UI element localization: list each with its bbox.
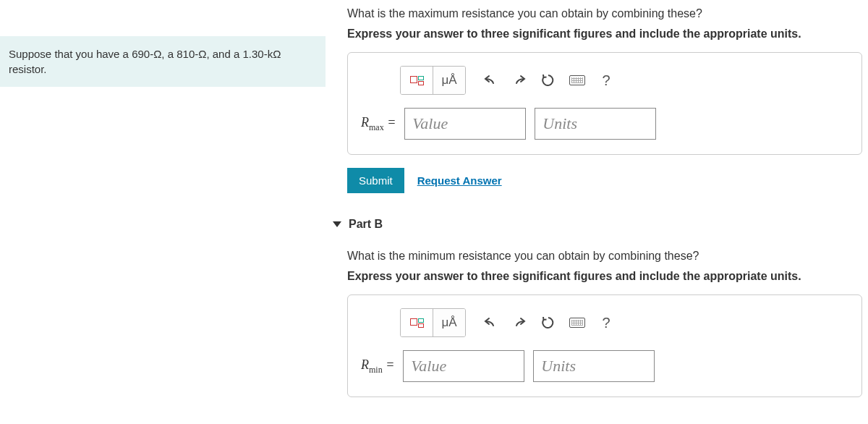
redo-button[interactable] <box>505 67 534 93</box>
templates-icon <box>410 76 424 85</box>
redo-button-b[interactable] <box>505 310 534 336</box>
help-button-b[interactable]: ? <box>592 310 621 336</box>
part-b-instruction: Express your answer to three significant… <box>347 270 862 283</box>
part-a-instruction: Express your answer to three significant… <box>347 27 862 41</box>
part-b-question: What is the minimum resistance you can o… <box>347 250 862 263</box>
tool-group-a: μÅ <box>400 66 466 95</box>
part-a-question: What is the maximum resistance you can o… <box>347 7 862 20</box>
undo-button-b[interactable] <box>476 310 505 336</box>
input-row-b: Rmin = <box>358 350 851 382</box>
keyboard-button-b[interactable] <box>563 310 592 336</box>
caret-down-icon <box>333 221 341 227</box>
templates-button[interactable] <box>401 67 433 94</box>
keyboard-button[interactable] <box>563 67 592 93</box>
toolbar-b: μÅ ? <box>400 308 851 337</box>
value-input-b[interactable] <box>403 350 524 382</box>
page-container: Suppose that you have a 690-Ω, a 810-Ω, … <box>0 0 868 397</box>
toolbar-a: μÅ ? <box>400 66 851 95</box>
part-b-answer-box: μÅ ? Rmin = <box>347 294 862 397</box>
undo-button[interactable] <box>476 67 505 93</box>
units-input-a[interactable] <box>535 108 656 140</box>
right-column: What is the maximum resistance you can o… <box>333 0 868 397</box>
left-column: Suppose that you have a 690-Ω, a 810-Ω, … <box>0 0 333 397</box>
value-input-a[interactable] <box>404 108 526 140</box>
keyboard-icon <box>569 318 585 328</box>
request-answer-link-a[interactable]: Request Answer <box>417 174 502 187</box>
templates-button-b[interactable] <box>401 309 433 336</box>
special-chars-button[interactable]: μÅ <box>433 67 465 94</box>
input-row-a: Rmax = <box>358 108 851 140</box>
problem-context: Suppose that you have a 690-Ω, a 810-Ω, … <box>0 36 326 87</box>
part-a-answer-box: μÅ ? Rmax = <box>347 52 862 155</box>
reset-button-b[interactable] <box>534 310 563 336</box>
templates-icon <box>410 318 424 328</box>
submit-button-a[interactable]: Submit <box>347 168 404 193</box>
tool-group-b: μÅ <box>400 308 466 337</box>
special-chars-button-b[interactable]: μÅ <box>433 309 465 336</box>
part-b-title: Part B <box>349 218 383 231</box>
button-row-a: Submit Request Answer <box>347 168 862 193</box>
variable-label-a: Rmax = <box>358 115 396 133</box>
variable-label-b: Rmin = <box>358 357 394 376</box>
keyboard-icon <box>569 75 585 85</box>
part-b-header[interactable]: Part B <box>333 218 862 231</box>
help-button[interactable]: ? <box>592 67 621 93</box>
reset-button[interactable] <box>534 67 563 93</box>
units-input-b[interactable] <box>533 350 655 382</box>
